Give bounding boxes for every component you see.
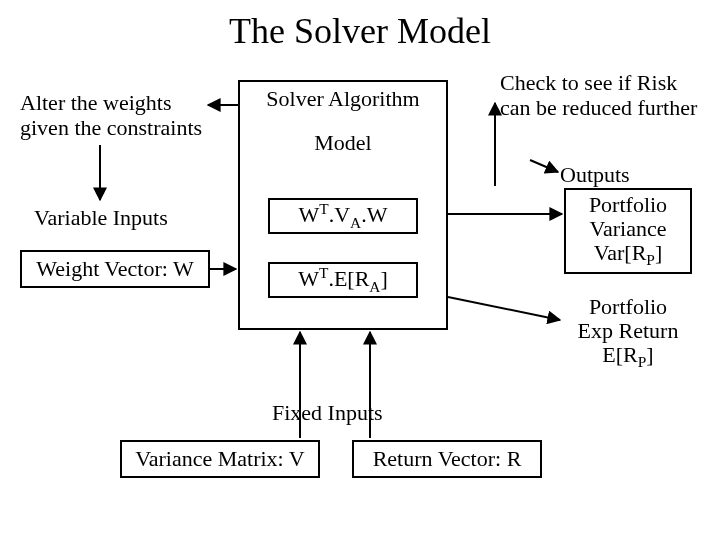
output-expreturn-l1: Portfolio [589, 295, 667, 319]
solver-algorithm-box: Solver Algorithm Model WT.VA.W WT.E[RA] [238, 80, 448, 330]
weight-vector-label: Weight Vector: W [36, 256, 194, 282]
alter-weights-note: Alter the weights given the constraints [20, 90, 220, 141]
solver-algorithm-label: Solver Algorithm [240, 86, 446, 112]
output-expreturn-l3: E[RP] [602, 343, 653, 371]
weight-vector-box: Weight Vector: W [20, 250, 210, 288]
output-variance-l1: Portfolio [589, 193, 667, 217]
return-vector-box: Return Vector: R [352, 440, 542, 478]
check-risk-note: Check to see if Risk can be reduced furt… [500, 70, 710, 121]
output-expreturn-l2: Exp Return [578, 319, 679, 343]
output-variance-l2: Variance [590, 217, 667, 241]
page-title: The Solver Model [0, 10, 720, 52]
variance-matrix-label: Variance Matrix: V [135, 446, 304, 472]
output-variance-box: Portfolio Variance Var[RP] [564, 188, 692, 274]
formula-expreturn-text: WT.E[RA] [298, 264, 388, 296]
fixed-inputs-label: Fixed Inputs [272, 400, 383, 425]
output-expreturn-box: Portfolio Exp Return E[RP] [564, 290, 692, 376]
return-vector-label: Return Vector: R [373, 446, 522, 472]
formula-expreturn: WT.E[RA] [268, 262, 418, 298]
formula-variance-text: WT.VA.W [299, 200, 388, 232]
variance-matrix-box: Variance Matrix: V [120, 440, 320, 478]
output-variance-l3: Var[RP] [594, 241, 662, 269]
svg-line-4 [448, 297, 560, 320]
svg-line-2 [530, 160, 558, 172]
model-label: Model [240, 130, 446, 156]
variable-inputs-label: Variable Inputs [34, 205, 168, 230]
outputs-label: Outputs [560, 162, 630, 187]
formula-variance: WT.VA.W [268, 198, 418, 234]
